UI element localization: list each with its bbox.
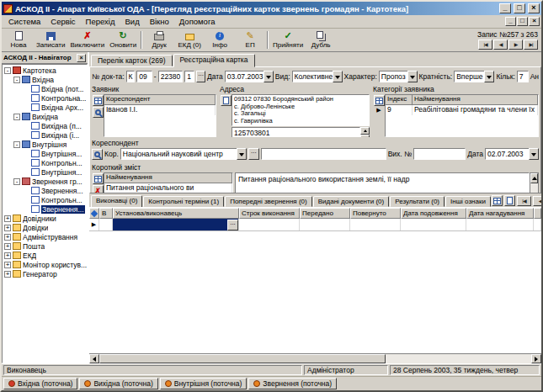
expander-icon[interactable]: + [4, 225, 11, 231]
task-zvernennia-current[interactable]: Звернення (поточна) [248, 378, 337, 389]
tree-item-vkhidna[interactable]: -Вхідна [3, 75, 87, 84]
doc-part2-field[interactable]: 22380 [158, 71, 183, 82]
expander-icon[interactable]: + [4, 262, 11, 268]
tab-card-list[interactable]: Перелік карток (269) [91, 55, 173, 66]
grid-cell-transferred[interactable] [300, 219, 350, 230]
chevron-down-icon[interactable] [407, 71, 418, 82]
grid-col-executor[interactable]: Установа/виконавець [113, 208, 239, 219]
tree-item-administruvannia[interactable]: +Адміністрування [3, 232, 87, 241]
menu-view[interactable]: Вид [120, 16, 144, 27]
doc-multiplicity-combobox[interactable]: Вперше [454, 71, 494, 82]
detail-first-record-button[interactable] [517, 196, 531, 206]
delete-button[interactable]: Виключити [68, 29, 108, 50]
expander-icon[interactable]: - [13, 77, 20, 83]
summary-add-button[interactable] [93, 173, 104, 184]
expander-icon[interactable]: + [4, 243, 11, 250]
correspondent-combobox[interactable]: Національний науковий центр [120, 148, 247, 160]
doc-part1-field[interactable]: 09 [136, 71, 152, 82]
print-button[interactable]: Друк [144, 29, 174, 50]
detail-previous-record-button[interactable] [533, 196, 541, 206]
tree-item-vnutrishnia-potochna[interactable]: Внутрішня... [3, 149, 87, 158]
grid-col-transferred[interactable]: Передано [300, 208, 350, 219]
mdi-restore-button[interactable] [517, 17, 528, 26]
doc-character-combobox[interactable]: Пропоз [379, 71, 418, 82]
grid-col-v[interactable]: В [99, 208, 113, 219]
maximize-button[interactable] [514, 3, 525, 13]
applicant-grid[interactable]: Кореспондент Іванов І.І. [104, 94, 216, 137]
scrollbar-thumb[interactable] [99, 354, 386, 363]
tree-item-monitor-korystuvachiv[interactable]: +Монітор користув... [3, 260, 87, 269]
detail-grid-button[interactable] [492, 195, 503, 206]
summary-scrollbar[interactable] [530, 172, 539, 193]
new-button[interactable]: Нова [3, 29, 34, 50]
grid-cell-term[interactable] [239, 219, 300, 230]
detail-copy-button[interactable] [504, 195, 515, 206]
cell-ellipsis-button[interactable] [227, 220, 238, 230]
out-number-field[interactable] [413, 148, 466, 160]
tree-item-dovidnyky[interactable]: +Довідники [3, 214, 87, 223]
first-record-button[interactable] [478, 40, 492, 50]
doc-quantity-field[interactable]: 7 [517, 71, 529, 82]
next-record-button[interactable] [508, 40, 523, 50]
tree-item-vkhidna-arkhiv[interactable]: Вхідна Арх... [3, 103, 87, 112]
ekd-button[interactable]: ЕКД (0) [174, 29, 205, 50]
expander-icon[interactable]: - [13, 178, 20, 185]
grid-cell-returned[interactable] [350, 219, 401, 230]
tree-item-vnutrishnia-arkhiv[interactable]: Внутрішня... [3, 167, 87, 177]
tab-issued-documents[interactable]: Видані документи (0) [313, 196, 389, 207]
correspondent-value[interactable]: Національний науковий центр [120, 148, 237, 160]
tree-item-vnutrishnia[interactable]: -Внутрішня [3, 140, 87, 149]
categories-lookup-button[interactable] [374, 95, 385, 106]
grid-cell-executor-selected[interactable] [113, 219, 239, 230]
navigator-close-icon[interactable] [77, 54, 86, 62]
expander-icon[interactable]: - [13, 114, 20, 120]
tree-item-kartoteka[interactable]: -Картотека [3, 66, 87, 75]
task-vnutrishnia-current[interactable]: Внутрішня (поточна) [160, 378, 248, 389]
address-code-field[interactable]: 125703801 [232, 127, 360, 137]
tree-item-poshta[interactable]: +Пошта [3, 241, 87, 251]
tree-item-kontrolni-zvernennia[interactable]: Контрольн... [3, 195, 87, 204]
doc-index-field[interactable]: К [126, 71, 136, 82]
applicant-name-cell[interactable]: Іванов І.І. [104, 105, 216, 115]
expander-icon[interactable]: + [4, 271, 11, 278]
expander-icon[interactable]: - [4, 67, 11, 74]
info-button[interactable]: Інфо [205, 29, 235, 50]
grid-col-extension-date[interactable]: Дата подовження [401, 208, 466, 219]
category-name-cell[interactable]: Реабілітовані громадяни та члени їх [413, 105, 538, 115]
close-button[interactable] [528, 3, 540, 13]
tab-previous-appeals[interactable]: Попередні звернення (0) [225, 196, 312, 207]
doc-character-value[interactable]: Пропоз [379, 71, 407, 82]
refresh-button[interactable]: Оновити [107, 29, 139, 50]
applicant-search-button[interactable] [93, 107, 104, 118]
ep-button[interactable]: ЕП [235, 29, 265, 50]
tab-results[interactable]: Результати (0) [390, 196, 445, 207]
categories-grid[interactable]: Індекс Найменування 9 Реабілітовані гром… [385, 94, 539, 137]
doc-date-value[interactable]: 03.07.2003 [225, 71, 264, 82]
doc-type-value[interactable]: Колективне [292, 71, 333, 82]
menu-window[interactable]: Вікно [145, 16, 174, 27]
menu-help[interactable]: Допомога [174, 16, 221, 27]
doc-date-combobox[interactable]: 03.07.2003 [225, 71, 274, 82]
grid-cell-v[interactable] [99, 219, 113, 230]
grid-cell-extension-date[interactable] [401, 219, 466, 230]
tree-item-vykhidna[interactable]: -Вихідна [3, 112, 87, 121]
scroll-left-icon[interactable] [89, 354, 99, 363]
summary-delete-button[interactable] [93, 185, 104, 193]
summary-textarea[interactable]: Питання раціонального використання землі… [235, 172, 530, 193]
executors-grid-row[interactable] [89, 219, 541, 231]
tree-item-kontrolna[interactable]: Контрольна... [3, 93, 87, 103]
menu-navigate[interactable]: Перехід [81, 16, 120, 27]
tree-item-zvernennia-arkhiv[interactable]: Звернення... [3, 204, 87, 214]
tree-item-vykhidna-p[interactable]: Вихідна (п... [3, 121, 87, 130]
chevron-down-icon[interactable] [237, 148, 247, 160]
expander-icon[interactable]: + [4, 234, 11, 241]
tree-item-zvernennia-hromadian[interactable]: -Звернення гр... [3, 177, 87, 186]
doc-multiplicity-value[interactable]: Вперше [454, 71, 484, 82]
executors-grid-body[interactable] [89, 231, 541, 353]
menu-service[interactable]: Сервіс [45, 16, 80, 27]
correspondent-extra-field[interactable] [261, 148, 386, 160]
spin-up-icon[interactable] [360, 127, 370, 135]
summary-list-item[interactable]: Питання раціонального ви [104, 183, 232, 193]
task-vykhidna-current[interactable]: Вихідна (поточна) [79, 378, 157, 389]
grid-col-returned[interactable]: Повернуто [350, 208, 401, 219]
